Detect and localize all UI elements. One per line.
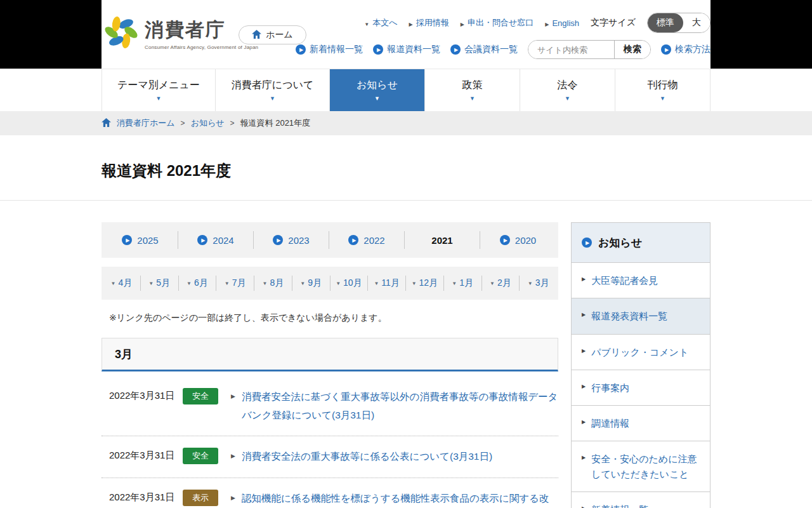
circle-play-icon xyxy=(122,235,132,245)
circle-play-icon xyxy=(348,235,358,245)
font-size-toggle: 標準 大 xyxy=(647,13,710,33)
sidebar-item-minister-press-conference[interactable]: 大臣等記者会見 xyxy=(572,262,710,298)
month-link-dec[interactable]: 12月 xyxy=(406,276,444,291)
triangle-down-icon xyxy=(364,18,369,28)
sidebar-item-procurement[interactable]: 調達情報 xyxy=(572,405,710,441)
category-badge: 表示 xyxy=(183,490,218,506)
triangle-right-icon xyxy=(409,18,413,28)
month-link-mar[interactable]: 3月 xyxy=(520,276,557,291)
year-tab-2020[interactable]: 2020 xyxy=(480,231,556,249)
triangle-right-icon: ▶ xyxy=(231,495,235,501)
news-link[interactable]: 消費者安全法の重大事故等に係る公表について(3月31日) xyxy=(242,448,558,466)
month-link-feb[interactable]: 2月 xyxy=(482,276,520,291)
link-press-material-list[interactable]: 報道資料一覧 xyxy=(373,44,440,55)
sidebar-item-events[interactable]: 行事案内 xyxy=(572,370,710,405)
sidebar-item-new-info-list[interactable]: 新着情報一覧 xyxy=(572,491,710,508)
title-section: 報道資料 2021年度 xyxy=(0,135,812,201)
link-inquiry[interactable]: 申出・問合せ窓口 xyxy=(461,17,534,29)
triangle-right-icon xyxy=(461,18,464,28)
chevron-down-icon: ▼ xyxy=(660,95,665,102)
link-recruit[interactable]: 採用情報 xyxy=(409,17,449,29)
month-links: 4月 5月 6月 7月 8月 9月 10月 11月 12月 1月 2月 3月 xyxy=(102,267,558,300)
nav-news[interactable]: お知らせ ▼ xyxy=(330,69,425,111)
year-tabs: 2025 2024 2023 2022 2021 xyxy=(102,222,558,258)
triangle-right-icon xyxy=(545,18,549,28)
month-link-jun[interactable]: 6月 xyxy=(179,276,217,291)
page-title: 報道資料 2021年度 xyxy=(102,135,710,200)
pinwheel-logo-icon xyxy=(103,14,140,53)
table-row: 2022年3月31日 安全 ▶ 消費者安全法の重大事故等に係る公表について(3月… xyxy=(102,436,558,478)
news-date: 2022年3月31日 xyxy=(109,448,183,462)
breadcrumb-separator: > xyxy=(230,119,235,128)
table-row: 2022年3月31日 表示 ▶ 認知機能に係る機能性を標ぼうする機能性表示食品の… xyxy=(102,478,558,508)
agency-name-en: Consumer Affairs Agency, Government of J… xyxy=(145,44,258,50)
news-sidebar: お知らせ 大臣等記者会見 報道発表資料一覧 パブリック・コメント 行事案内 調達… xyxy=(571,222,710,508)
site-search-input[interactable] xyxy=(528,41,614,58)
nav-publications[interactable]: 刊行物 ▼ xyxy=(615,69,710,111)
chevron-down-icon: ▼ xyxy=(565,95,570,102)
breadcrumb-separator: > xyxy=(181,119,185,128)
chevron-down-icon: ▼ xyxy=(270,95,275,102)
link-search-help[interactable]: 検索方法 xyxy=(661,44,710,55)
circle-play-icon xyxy=(273,235,283,245)
month-link-jan[interactable]: 1月 xyxy=(444,276,482,291)
sidebar-item-press-release-list[interactable]: 報道発表資料一覧 xyxy=(572,298,710,333)
link-new-info-list[interactable]: 新着情報一覧 xyxy=(296,44,363,55)
link-meeting-material-list[interactable]: 会議資料一覧 xyxy=(450,44,518,55)
nav-theme-menu[interactable]: テーマ別メニュー ▼ xyxy=(102,69,216,111)
circle-play-icon xyxy=(500,235,510,245)
utility-links: 本文へ 採用情報 申出・問合せ窓口 English 文字サイズ 標準 大 xyxy=(364,13,710,33)
year-tab-2024[interactable]: 2024 xyxy=(178,231,254,249)
month-link-aug[interactable]: 8月 xyxy=(254,276,292,291)
breadcrumb-home-link[interactable]: 消費者庁ホーム xyxy=(117,117,175,129)
link-english[interactable]: English xyxy=(545,18,579,28)
breadcrumb: 消費者庁ホーム > お知らせ > 報道資料 2021年度 xyxy=(102,111,710,135)
breadcrumb-bar: 消費者庁ホーム > お知らせ > 報道資料 2021年度 xyxy=(0,111,812,135)
circle-play-icon xyxy=(296,44,306,55)
section-heading: 3月 xyxy=(115,347,133,362)
agency-logo[interactable]: 消費者庁 Consumer Affairs Agency, Government… xyxy=(103,14,258,53)
month-link-may[interactable]: 5月 xyxy=(141,276,179,291)
month-link-oct[interactable]: 10月 xyxy=(331,276,369,291)
circle-play-icon xyxy=(450,44,461,55)
circle-play-icon xyxy=(373,44,383,55)
sidebar-item-public-comment[interactable]: パブリック・コメント xyxy=(572,334,710,370)
table-row: 2022年3月31日 安全 ▶ 消費者安全法に基づく重大事故等以外の消費者事故等… xyxy=(102,377,558,436)
year-tab-2021-current: 2021 xyxy=(405,231,480,249)
month-link-jul[interactable]: 7月 xyxy=(216,276,254,291)
font-size-standard-button[interactable]: 標準 xyxy=(648,13,683,32)
chevron-down-icon: ▼ xyxy=(374,95,380,102)
year-tab-2023[interactable]: 2023 xyxy=(254,231,329,249)
triangle-right-icon: ▶ xyxy=(231,453,235,459)
sidebar-item-safety-attention[interactable]: 安全・安心のために注意していただきたいこと xyxy=(572,441,710,491)
nav-about-agency[interactable]: 消費者庁について ▼ xyxy=(216,69,330,111)
font-size-large-button[interactable]: 大 xyxy=(683,13,710,32)
nav-policy[interactable]: 政策 ▼ xyxy=(425,69,520,111)
header: 消費者庁 Consumer Affairs Agency, Government… xyxy=(0,0,812,69)
search-button[interactable]: 検索 xyxy=(614,41,650,58)
sidebar-header: お知らせ xyxy=(572,223,710,262)
nav-laws[interactable]: 法令 ▼ xyxy=(520,69,615,111)
year-tab-2025[interactable]: 2025 xyxy=(103,231,178,249)
month-link-sep[interactable]: 9月 xyxy=(292,276,331,291)
news-link[interactable]: 消費者安全法に基づく重大事故等以外の消費者事故等の事故情報データバンク登録につい… xyxy=(242,388,558,424)
home-icon xyxy=(102,118,111,129)
chevron-down-icon: ▼ xyxy=(156,95,162,102)
circle-play-icon xyxy=(582,237,592,248)
sidebar-title: お知らせ xyxy=(598,236,642,250)
month-link-nov[interactable]: 11月 xyxy=(368,276,406,291)
news-date: 2022年3月31日 xyxy=(109,388,183,402)
breadcrumb-news-link[interactable]: お知らせ xyxy=(191,117,225,129)
link-expiry-notice: ※リンク先のページの一部は終了し、表示できない場合があります。 xyxy=(109,312,558,324)
month-section-header: 3月 xyxy=(102,338,558,371)
home-icon xyxy=(252,30,261,41)
news-link[interactable]: 認知機能に係る機能性を標ぼうする機能性表示食品の表示に関する改善指導及び一般消費… xyxy=(242,490,558,508)
chevron-down-icon: ▼ xyxy=(469,95,475,102)
year-tab-2022[interactable]: 2022 xyxy=(329,231,405,249)
circle-play-icon xyxy=(197,235,207,245)
triangle-right-icon: ▶ xyxy=(231,393,235,399)
site-search: 検索 xyxy=(528,40,651,59)
quick-links-row: 新着情報一覧 報道資料一覧 会議資料一覧 検索 検索方法 xyxy=(296,40,710,59)
link-to-main-content[interactable]: 本文へ xyxy=(364,17,397,29)
month-link-apr[interactable]: 4月 xyxy=(103,276,141,291)
